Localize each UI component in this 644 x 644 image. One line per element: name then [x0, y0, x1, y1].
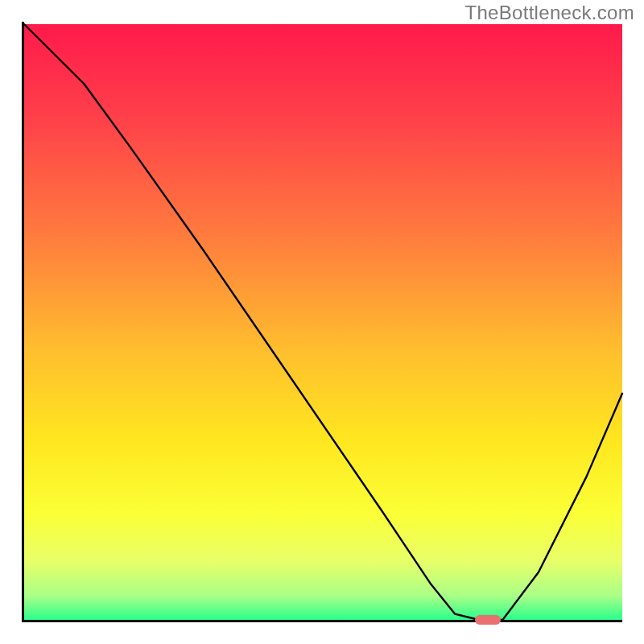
minimum-marker — [475, 615, 501, 625]
watermark-text: TheBottleneck.com — [464, 2, 634, 24]
plot-background — [24, 24, 622, 620]
x-axis — [22, 620, 622, 622]
y-axis — [22, 22, 24, 622]
plot-surface — [0, 0, 644, 644]
chart-container: { "watermark": { "text": "TheBottleneck.… — [0, 0, 644, 644]
